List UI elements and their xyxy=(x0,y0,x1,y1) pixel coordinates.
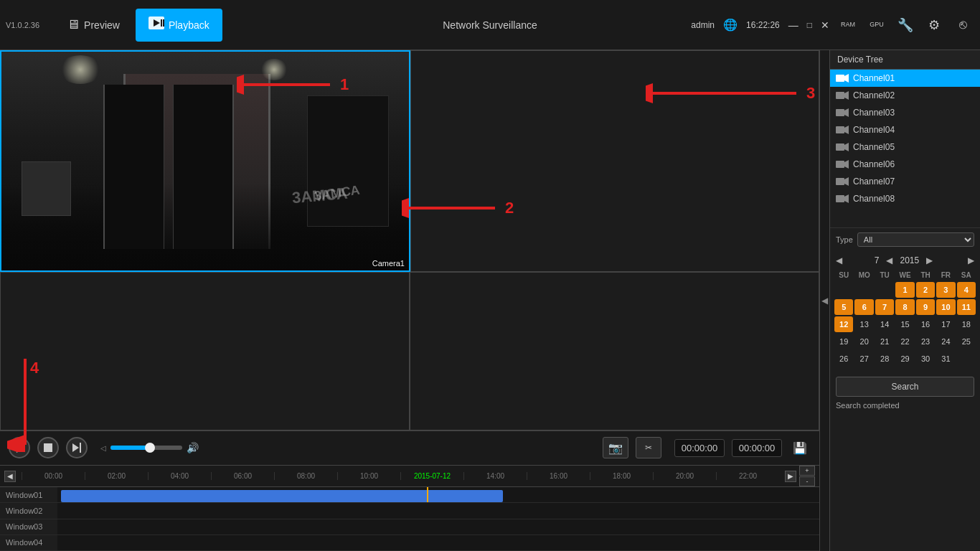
video-cell-1[interactable]: 3АМСА Camera1 xyxy=(0,50,410,272)
cal-day-23[interactable]: 23 xyxy=(916,334,935,349)
cal-day-26[interactable]: 26 xyxy=(834,351,853,367)
device-item-channel07[interactable]: Channel07 xyxy=(830,173,980,190)
cal-day-29[interactable]: 29 xyxy=(895,351,915,367)
ram-monitor-btn[interactable]: RAM xyxy=(838,15,858,35)
cal-day-14[interactable]: 14 xyxy=(875,316,894,332)
timeline-scroll-left-btn[interactable]: ◀ xyxy=(4,471,16,482)
device-item-channel03[interactable]: Channel03 xyxy=(830,104,980,121)
cal-day-21[interactable]: 21 xyxy=(875,334,894,349)
total-time-display: 00:00:00 xyxy=(732,439,782,457)
sidebar-collapse-btn[interactable]: ◀ xyxy=(819,50,829,551)
track-content-window02[interactable] xyxy=(57,503,819,518)
cal-day-13[interactable]: 13 xyxy=(854,316,874,332)
timeline-scroll-right-btn[interactable]: ▶ xyxy=(785,471,796,482)
cal-day-6[interactable]: 6 xyxy=(854,299,874,315)
cal-day-24[interactable]: 24 xyxy=(936,334,955,349)
device-item-channel04[interactable]: Channel04 xyxy=(830,121,980,138)
device-item-channel06[interactable]: Channel06 xyxy=(830,156,980,173)
cal-day-31[interactable]: 31 xyxy=(936,351,955,367)
cal-day-11[interactable]: 11 xyxy=(957,299,976,315)
device-tree-header: Device Tree xyxy=(830,50,980,70)
svg-marker-9 xyxy=(844,108,849,117)
step-forward-button[interactable] xyxy=(66,437,88,458)
tools-icon[interactable]: 🔧 xyxy=(895,15,915,35)
cal-header-mo: MO xyxy=(854,270,874,281)
cal-day-15[interactable]: 15 xyxy=(895,316,915,332)
cal-day-1[interactable]: 1 xyxy=(895,282,915,298)
video-cell-2[interactable] xyxy=(410,50,819,272)
cal-next-month-btn[interactable]: ▶ xyxy=(965,255,977,265)
video-cell-3[interactable] xyxy=(0,272,410,430)
cal-day-30[interactable]: 30 xyxy=(916,351,935,367)
track-label-window02: Window02 xyxy=(0,507,57,515)
playback-marker xyxy=(427,487,428,502)
device-name-label: Channel04 xyxy=(853,125,895,135)
gpu-label: GPU xyxy=(870,22,884,28)
volume-icon: 🔊 xyxy=(187,442,199,453)
search-button[interactable]: Search xyxy=(836,377,974,397)
cal-day-16[interactable]: 16 xyxy=(916,316,935,332)
cal-day-22[interactable]: 22 xyxy=(895,334,915,349)
cal-day-10[interactable]: 10 xyxy=(936,299,955,315)
camera-icon xyxy=(836,194,849,204)
type-filter-select[interactable]: All Motion Alarm Manual xyxy=(857,232,974,247)
cal-day-28[interactable]: 28 xyxy=(875,351,894,367)
track-row-window03[interactable]: Window03 xyxy=(0,519,819,535)
camera-icon xyxy=(836,108,849,118)
video-cell-4[interactable] xyxy=(410,272,819,430)
device-item-channel02[interactable]: Channel02 xyxy=(830,87,980,104)
logout-icon[interactable]: ⎋ xyxy=(953,15,973,35)
cal-day-25[interactable]: 25 xyxy=(957,334,976,349)
cal-prev-year-btn[interactable]: ◀ xyxy=(883,255,895,265)
clip-button[interactable]: ✂ xyxy=(636,437,661,458)
gpu-monitor-btn[interactable]: GPU xyxy=(867,15,887,35)
timeline-zoom-in-btn[interactable]: + xyxy=(799,466,815,476)
track-label-window01: Window01 xyxy=(0,491,57,499)
clock-display: 16:22:26 xyxy=(746,20,780,30)
svg-marker-5 xyxy=(844,74,849,83)
cal-day-5[interactable]: 5 xyxy=(834,299,853,315)
save-button[interactable]: 💾 xyxy=(789,437,811,458)
settings-icon[interactable]: ⚙ xyxy=(924,15,944,35)
cal-prev-month-btn[interactable]: ◀ xyxy=(833,255,845,265)
track-content-window03[interactable] xyxy=(57,519,819,534)
play-button[interactable] xyxy=(9,437,30,458)
device-item-channel05[interactable]: Channel05 xyxy=(830,138,980,156)
close-icon[interactable]: ✕ xyxy=(821,19,829,31)
minimize-icon[interactable]: — xyxy=(788,19,798,31)
cal-day-2[interactable]: 2 xyxy=(916,282,935,298)
device-tree-label: Device Tree xyxy=(837,55,883,65)
playback-icon xyxy=(149,17,164,33)
volume-slider[interactable] xyxy=(110,446,182,450)
cal-day-20[interactable]: 20 xyxy=(854,334,874,349)
device-name-label: Channel05 xyxy=(853,142,895,152)
tab-preview[interactable]: 🖥 Preview xyxy=(54,9,133,42)
cal-next-year-btn[interactable]: ▶ xyxy=(923,255,936,265)
snapshot-button[interactable]: 📷 xyxy=(603,437,628,458)
track-row-window02[interactable]: Window02 xyxy=(0,503,819,519)
maximize-icon[interactable]: □ xyxy=(807,20,812,30)
cal-day-18[interactable]: 18 xyxy=(957,316,976,332)
stop-button[interactable] xyxy=(37,437,59,458)
track-content-window01[interactable] xyxy=(57,487,819,502)
cal-day-9[interactable]: 9 xyxy=(916,299,935,315)
track-label-window03: Window03 xyxy=(0,522,57,531)
device-item-channel08[interactable]: Channel08 xyxy=(830,190,980,207)
video-area: 3АМСА Camera1 xyxy=(0,50,819,551)
svg-marker-7 xyxy=(844,91,849,100)
track-row-window01[interactable]: Window01 xyxy=(0,487,819,503)
cal-day-8[interactable]: 8 xyxy=(895,299,915,315)
cal-day-17[interactable]: 17 xyxy=(936,316,955,332)
cal-header-tu: TU xyxy=(875,270,894,281)
cal-day-12[interactable]: 12 xyxy=(834,316,853,332)
tab-playback[interactable]: Playback xyxy=(136,9,222,42)
cal-day-27[interactable]: 27 xyxy=(854,351,874,367)
cal-day-7[interactable]: 7 xyxy=(875,299,894,315)
timeline-zoom-out-btn[interactable]: - xyxy=(799,476,815,486)
track-row-window04[interactable]: Window04 xyxy=(0,535,819,551)
cal-day-19[interactable]: 19 xyxy=(834,334,853,349)
cal-day-4[interactable]: 4 xyxy=(957,282,976,298)
device-item-channel01[interactable]: Channel01 xyxy=(830,70,980,87)
track-content-window04[interactable] xyxy=(57,535,819,550)
cal-day-3[interactable]: 3 xyxy=(936,282,955,298)
